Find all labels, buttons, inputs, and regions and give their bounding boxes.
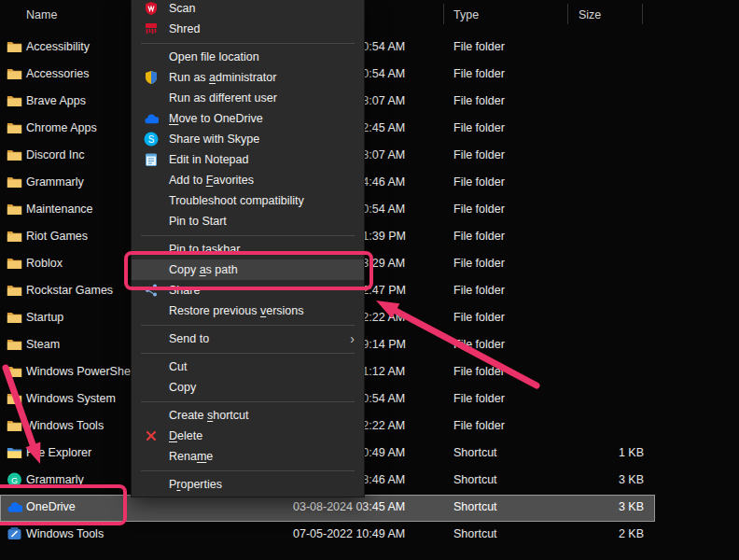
menu-item-cut[interactable]: Cut <box>132 357 364 377</box>
menu-item-pin-to-start[interactable]: Pin to Start <box>132 211 364 231</box>
file-name: Accessibility <box>26 40 90 53</box>
folder-icon <box>7 283 22 298</box>
menu-item-label: Move to OneDrive <box>169 112 263 125</box>
column-header-type[interactable]: Type <box>453 8 479 21</box>
menu-separator <box>141 43 355 44</box>
submenu-arrow-icon: › <box>350 329 355 349</box>
file-type: Shortcut <box>453 500 497 513</box>
menu-item-properties[interactable]: Properties <box>132 474 364 495</box>
file-name: File Explorer <box>26 446 91 459</box>
menu-item-create-shortcut[interactable]: Create shortcut <box>132 405 364 426</box>
menu-item-label: Delete <box>169 429 202 442</box>
file-row-roblox[interactable]: Roblox03-08-2024 03:29 AMFile folder <box>0 250 739 277</box>
menu-item-run-as-different-user[interactable]: Run as different user <box>132 88 364 108</box>
file-row-chrome-apps[interactable]: Chrome Apps03-08-2024 02:45 AMFile folde… <box>0 115 739 142</box>
file-type: Shortcut <box>453 473 497 486</box>
file-name: Rockstar Games <box>26 284 113 297</box>
menu-item-copy-as-path[interactable]: Copy as path <box>132 259 364 280</box>
menu-item-label: Open file location <box>169 50 259 63</box>
folder-icon <box>7 147 22 162</box>
svg-text:G: G <box>11 476 18 485</box>
file-row-steam[interactable]: Steam03-08-2024 09:14 PMFile folder <box>0 331 739 358</box>
column-header-size[interactable]: Size <box>579 8 601 21</box>
file-row-accessibility[interactable]: Accessibility03-08-2024 10:54 AMFile fol… <box>0 34 739 61</box>
file-row-riot-games[interactable]: Riot Games03-08-2024 01:39 PMFile folder <box>0 223 739 250</box>
shred-icon <box>144 21 159 36</box>
column-header-row: Name Date modified Type Size <box>0 0 739 30</box>
file-explorer-window: Name Date modified Type Size Accessibili… <box>0 0 739 560</box>
menu-item-shred[interactable]: Shred <box>132 19 364 39</box>
column-header-name[interactable]: Name <box>26 8 57 21</box>
menu-separator <box>141 401 355 402</box>
menu-item-label: Copy <box>169 381 196 394</box>
file-row-windows-tools[interactable]: Windows Tools03-08-2024 02:22 AMFile fol… <box>0 413 739 440</box>
grammarly-icon: G <box>7 472 22 487</box>
menu-item-delete[interactable]: Delete <box>132 426 364 446</box>
file-name: Windows Tools <box>26 419 104 432</box>
menu-item-run-as-administrator[interactable]: Run as administrator <box>132 67 364 88</box>
folder-icon <box>7 202 22 217</box>
file-row-windows-powershell[interactable]: Windows PowerShell03-08-2024 01:12 AMFil… <box>0 358 739 385</box>
file-name: Brave Apps <box>26 94 86 107</box>
file-row-onedrive[interactable]: OneDrive03-08-2024 03:45 AMShortcut3 KB <box>0 494 739 521</box>
notepad-icon <box>144 152 159 167</box>
file-name: Steam <box>26 338 60 351</box>
menu-item-label: Send to <box>169 332 209 345</box>
file-name: Roblox <box>26 257 63 270</box>
file-row-maintenance[interactable]: Maintenance03-08-2024 10:54 AMFile folde… <box>0 196 739 223</box>
file-row-grammarly[interactable]: GGrammarly03-08-2024 08:46 AMShortcut3 K… <box>0 467 739 494</box>
folder-icon <box>7 93 22 108</box>
context-menu: ScanShredOpen file locationRun as admini… <box>131 0 365 497</box>
menu-item-pin-to-taskbar[interactable]: Pin to taskbar <box>132 239 364 259</box>
menu-item-move-to-onedrive[interactable]: Move to OneDrive <box>132 108 364 129</box>
file-type: File folder <box>453 40 505 53</box>
file-row-brave-apps[interactable]: Brave Apps03-08-2024 08:07 AMFile folder <box>0 88 739 115</box>
file-type: File folder <box>453 338 505 351</box>
folder-icon <box>7 229 22 244</box>
column-divider[interactable] <box>642 4 643 24</box>
share-icon <box>144 283 159 298</box>
folder-icon <box>7 66 22 81</box>
file-type: File folder <box>453 392 505 405</box>
menu-item-share[interactable]: Share <box>132 280 364 301</box>
skype-icon: S <box>144 132 159 147</box>
column-divider[interactable] <box>443 4 444 24</box>
file-name: Discord Inc <box>26 148 85 161</box>
menu-item-label: Share <box>169 284 200 297</box>
menu-item-troubleshoot-compatibility[interactable]: Troubleshoot compatibility <box>132 190 364 211</box>
file-row-accessories[interactable]: Accessories03-08-2024 10:54 AMFile folde… <box>0 61 739 88</box>
svg-text:S: S <box>148 134 155 145</box>
menu-item-restore-previous-versions[interactable]: Restore previous versions <box>132 301 364 321</box>
menu-item-send-to[interactable]: Send to› <box>132 329 364 349</box>
file-type: File folder <box>453 94 505 107</box>
file-type: File folder <box>453 230 505 243</box>
file-row-windows-tools[interactable]: Windows Tools07-05-2022 10:49 AMShortcut… <box>0 521 739 548</box>
menu-item-open-file-location[interactable]: Open file location <box>132 47 364 67</box>
file-row-windows-system[interactable]: Windows System03-08-2024 10:54 AMFile fo… <box>0 385 739 413</box>
menu-item-copy[interactable]: Copy <box>132 377 364 398</box>
menu-item-edit-in-notepad[interactable]: Edit in Notepad <box>132 149 364 170</box>
menu-item-label: Copy as path <box>169 263 238 276</box>
menu-item-label: Restore previous versions <box>169 304 304 317</box>
menu-item-label: Edit in Notepad <box>169 153 248 166</box>
file-row-file-explorer[interactable]: File Explorer03-08-2024 10:49 AMShortcut… <box>0 440 739 467</box>
file-size: 3 KB <box>579 473 644 486</box>
file-row-startup[interactable]: Startup03-08-2024 02:22 AMFile folder <box>0 304 739 331</box>
menu-item-rename[interactable]: Rename <box>132 446 364 467</box>
file-row-rockstar-games[interactable]: Rockstar Games03-08-2024 12:47 PMFile fo… <box>0 277 739 304</box>
file-date-modified: 07-05-2022 10:49 AM <box>293 527 405 540</box>
menu-item-label: Scan <box>169 2 196 15</box>
file-row-discord-inc[interactable]: Discord Inc03-08-2024 08:07 AMFile folde… <box>0 142 739 169</box>
menu-item-scan[interactable]: Scan <box>132 0 364 19</box>
menu-item-share-with-skype[interactable]: SShare with Skype <box>132 129 364 149</box>
menu-item-add-to-favorites[interactable]: Add to Favorites <box>132 170 364 190</box>
file-row-grammarly[interactable]: Grammarly03-08-2024 04:46 AMFile folder <box>0 169 739 196</box>
file-type: File folder <box>453 257 505 270</box>
file-name: Grammarly <box>26 175 84 189</box>
file-name: Accessories <box>26 67 89 80</box>
file-type: File folder <box>453 419 505 432</box>
uac-shield-icon <box>144 70 159 85</box>
column-divider[interactable] <box>567 4 568 24</box>
folder-icon <box>7 39 22 54</box>
delete-x-icon <box>144 428 159 443</box>
